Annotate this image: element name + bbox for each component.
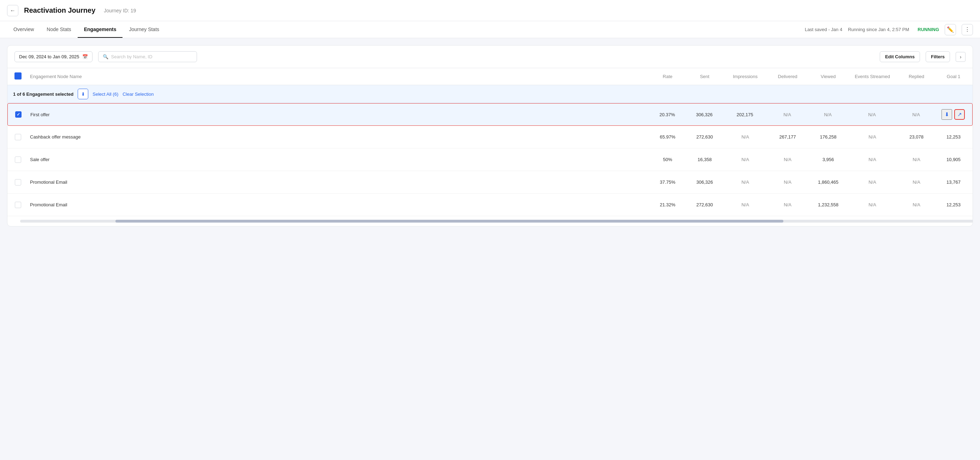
row-3-name: Sale offer xyxy=(27,153,650,166)
row-4-events-streamed: N/A xyxy=(848,175,897,189)
col-header-delivered: Delivered xyxy=(767,70,809,83)
search-placeholder: Search by Name, ID xyxy=(111,54,153,59)
row-2-goal1: 12,253 xyxy=(936,130,971,144)
row-5-checkbox-cell[interactable] xyxy=(9,198,27,212)
row-4-sent: 306,326 xyxy=(685,175,724,189)
dots-icon: ⋮ xyxy=(964,26,970,33)
clear-selection-link[interactable]: Clear Selection xyxy=(123,91,154,97)
row-4-replied: N/A xyxy=(897,175,936,189)
card-toolbar: Dec 09, 2024 to Jan 09, 2025 📅 🔍 Search … xyxy=(7,46,973,68)
row-1-checkbox[interactable] xyxy=(15,111,22,118)
row-5-impressions: N/A xyxy=(724,198,767,212)
row-2-name: Cashback offer message xyxy=(27,130,650,144)
row-4-impressions: N/A xyxy=(724,175,767,189)
table-row: Promotional Email 37.75% 306,326 N/A N/A… xyxy=(7,171,973,193)
download-selected-button[interactable]: ⬇ xyxy=(78,89,88,99)
row-3-viewed: 3,956 xyxy=(809,153,848,166)
table-header: Engagement Node Name Rate Sent Impressio… xyxy=(7,68,973,85)
row-2-delivered: 267,177 xyxy=(767,130,809,144)
table-row: Promotional Email 21.32% 272,630 N/A N/A… xyxy=(7,193,973,216)
journey-title: Reactivation Journey xyxy=(24,6,95,14)
row-2-events-streamed: N/A xyxy=(848,130,897,144)
col-header-checkbox xyxy=(9,68,27,85)
tab-node-stats[interactable]: Node Stats xyxy=(40,21,77,38)
date-range-button[interactable]: Dec 09, 2024 to Jan 09, 2025 📅 xyxy=(14,51,92,62)
col-header-events-streamed: Events Streamed xyxy=(848,70,897,83)
row-4-checkbox-cell[interactable] xyxy=(9,175,27,190)
tab-right-section: Last saved - Jan 4 Running since Jan 4, … xyxy=(805,24,973,35)
collapse-panel-button[interactable]: › xyxy=(956,52,966,62)
row-2-checkbox[interactable] xyxy=(15,134,21,140)
col-header-replied: Replied xyxy=(897,70,936,83)
table-row: First offer 20.37% 306,326 202,175 N/A N… xyxy=(7,103,973,126)
more-options-button[interactable]: ⋮ xyxy=(962,24,973,35)
horizontal-scrollbar-area[interactable] xyxy=(7,216,973,226)
row-2-viewed: 176,258 xyxy=(809,130,848,144)
journey-id: Journey ID: 19 xyxy=(104,8,136,13)
engagements-card: Dec 09, 2024 to Jan 09, 2025 📅 🔍 Search … xyxy=(7,45,973,227)
row-4-checkbox[interactable] xyxy=(15,179,21,185)
col-header-goal1: Goal 1 xyxy=(936,70,971,83)
pencil-icon: ✏️ xyxy=(947,26,954,33)
row-2-replied: 23,078 xyxy=(897,130,936,144)
col-header-rate: Rate xyxy=(650,70,685,83)
row-5-viewed: 1,232,558 xyxy=(809,198,848,212)
horizontal-scrollbar-track[interactable] xyxy=(20,220,973,223)
row-1-events-streamed: N/A xyxy=(847,108,897,121)
tab-overview[interactable]: Overview xyxy=(7,21,40,38)
download-icon: ⬇ xyxy=(81,91,85,97)
row-3-checkbox-cell[interactable] xyxy=(9,152,27,167)
row-5-events-streamed: N/A xyxy=(848,198,897,212)
calendar-icon: 📅 xyxy=(82,54,88,59)
row-5-checkbox[interactable] xyxy=(15,202,21,208)
row-1-checkbox-cell[interactable] xyxy=(9,107,27,122)
row-3-goal1: 10,905 xyxy=(936,153,971,166)
tab-journey-stats[interactable]: Journey Stats xyxy=(123,21,165,38)
row-3-delivered: N/A xyxy=(767,153,809,166)
row-1-replied: N/A xyxy=(897,108,935,121)
back-arrow-icon: ← xyxy=(10,7,16,14)
edit-icon-button[interactable]: ✏️ xyxy=(945,24,956,35)
col-header-impressions: Impressions xyxy=(724,70,767,83)
col-header-sent: Sent xyxy=(685,70,724,83)
row-5-goal1: 12,253 xyxy=(936,198,971,212)
col-header-name: Engagement Node Name xyxy=(27,70,650,83)
horizontal-scrollbar-thumb[interactable] xyxy=(115,220,783,223)
row-5-name: Promotional Email xyxy=(27,198,650,212)
row-5-sent: 272,630 xyxy=(685,198,724,212)
main-content: Dec 09, 2024 to Jan 09, 2025 📅 🔍 Search … xyxy=(0,38,980,460)
row-2-sent: 272,630 xyxy=(685,130,724,144)
selection-count-text: 1 of 6 Engagement selected xyxy=(13,91,73,97)
row-2-impressions: N/A xyxy=(724,130,767,144)
row-2-checkbox-cell[interactable] xyxy=(9,130,27,144)
table-row: Cashback offer message 65.97% 272,630 N/… xyxy=(7,126,973,149)
select-all-link[interactable]: Select All (6) xyxy=(92,91,118,97)
row-5-replied: N/A xyxy=(897,198,936,212)
row-1-name: First offer xyxy=(27,108,649,121)
edit-columns-button[interactable]: Edit Columns xyxy=(880,51,920,62)
back-button[interactable]: ← xyxy=(7,5,18,16)
row-2-rate: 65.97% xyxy=(650,130,685,144)
row-5-delivered: N/A xyxy=(767,198,809,212)
tab-engagements[interactable]: Engagements xyxy=(78,21,123,38)
table-row: Sale offer 50% 16,358 N/A N/A 3,956 N/A … xyxy=(7,149,973,171)
row-4-goal1: 13,767 xyxy=(936,175,971,189)
last-saved-text: Last saved - Jan 4 xyxy=(805,27,842,32)
row-1-actions: ⬇ ↗ xyxy=(935,105,971,124)
row-1-impressions: 202,175 xyxy=(724,108,766,121)
running-badge: RUNNING xyxy=(918,27,939,32)
col-header-viewed: Viewed xyxy=(809,70,848,83)
row-1-download-button[interactable]: ⬇ xyxy=(942,109,952,120)
row-3-sent: 16,358 xyxy=(685,153,724,166)
search-box[interactable]: 🔍 Search by Name, ID xyxy=(98,51,197,62)
tab-bar: Overview Node Stats Engagements Journey … xyxy=(0,21,980,38)
row-1-action-buttons: ⬇ ↗ xyxy=(939,109,968,120)
row-3-replied: N/A xyxy=(897,153,936,166)
row-3-checkbox[interactable] xyxy=(15,157,21,163)
chevron-right-icon: › xyxy=(960,54,962,60)
row-1-external-link-button[interactable]: ↗ xyxy=(954,109,965,120)
row-1-rate: 20.37% xyxy=(649,108,685,121)
filters-button[interactable]: Filters xyxy=(926,51,950,62)
row-1-delivered: N/A xyxy=(766,108,808,121)
search-icon: 🔍 xyxy=(103,54,108,59)
